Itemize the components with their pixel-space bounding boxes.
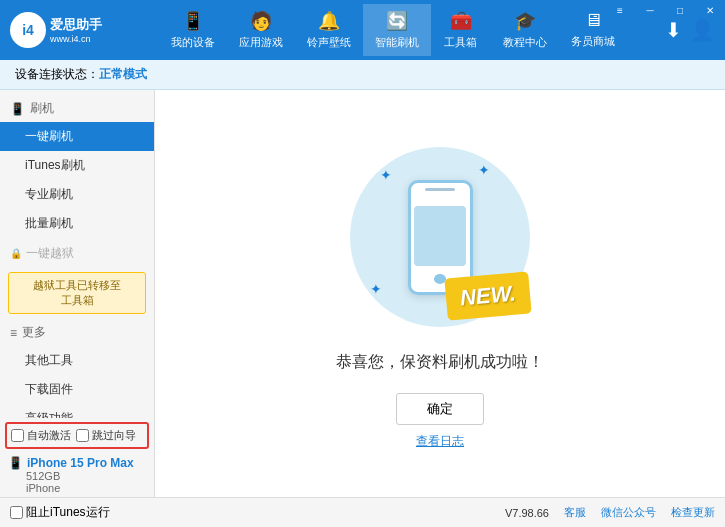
logo-text: 爱思助手 www.i4.cn <box>50 16 102 44</box>
device-icon: 📱 <box>8 456 23 470</box>
apps-games-icon: 🧑 <box>250 10 272 32</box>
lock-icon: 🔒 <box>10 248 22 259</box>
more-group-icon: ≡ <box>10 326 17 340</box>
nav-tutorial-label: 教程中心 <box>503 35 547 50</box>
skip-guide-checkbox[interactable] <box>76 429 89 442</box>
auto-activate-label: 自动激活 <box>27 428 71 443</box>
smart-flash-icon: 🔄 <box>386 10 408 32</box>
auto-activate-checkbox-label[interactable]: 自动激活 <box>11 428 71 443</box>
sidebar-item-pro-flash[interactable]: 专业刷机 <box>0 180 154 209</box>
auto-activate-checkbox[interactable] <box>11 429 24 442</box>
window-controls: ≡ ─ □ ✕ <box>605 0 725 20</box>
main-content: ✦ ✦ ✦ NEW. 恭喜您，保资料刷机成功啦！ 确定 查看日志 <box>155 90 725 497</box>
device-type: iPhone <box>8 482 146 494</box>
status-bar: 设备连接状态： 正常模式 <box>0 60 725 90</box>
logo-icon-text: i4 <box>22 22 34 38</box>
itunes-label: 阻止iTunes运行 <box>26 504 110 521</box>
itunes-checkbox[interactable] <box>10 506 23 519</box>
phone-screen <box>414 206 466 266</box>
phone-illustration: ✦ ✦ ✦ NEW. <box>340 137 540 337</box>
bottom-bar: 阻止iTunes运行 V7.98.66 客服 微信公众号 检查更新 <box>0 497 725 527</box>
device-name-row: 📱 iPhone 15 Pro Max <box>8 456 146 470</box>
download-button[interactable]: ⬇ <box>665 18 682 42</box>
logo-sub: www.i4.cn <box>50 34 102 44</box>
logo-icon: i4 <box>10 12 46 48</box>
nav-ringtones-label: 铃声壁纸 <box>307 35 351 50</box>
sidebar-bottom-area: 自动激活 跳过向导 📱 iPhone 15 Pro Max 512GB iPho… <box>0 418 155 497</box>
ringtones-icon: 🔔 <box>318 10 340 32</box>
sparkle-2: ✦ <box>478 162 490 178</box>
sidebar-disabled-jailbreak: 🔒 一键越狱 <box>0 240 154 267</box>
nav-my-device[interactable]: 📱 我的设备 <box>159 4 227 56</box>
bottom-left: 阻止iTunes运行 <box>10 504 110 521</box>
my-device-icon: 📱 <box>182 10 204 32</box>
sidebar-group-more-header: ≡ 更多 <box>0 319 154 346</box>
minimize-button[interactable]: ─ <box>635 0 665 20</box>
sidebar-notice: 越狱工具已转移至工具箱 <box>8 272 146 314</box>
auto-activate-section: 自动激活 跳过向导 <box>5 422 149 449</box>
status-label: 设备连接状态： <box>15 66 99 83</box>
toolbox-icon: 🧰 <box>450 10 472 32</box>
account-button[interactable]: 👤 <box>690 18 715 42</box>
nav-service-label: 务员商城 <box>571 34 615 49</box>
device-entry: 📱 iPhone 15 Pro Max 512GB iPhone <box>0 453 154 497</box>
tutorial-icon: 🎓 <box>514 10 536 32</box>
close-button[interactable]: ✕ <box>695 0 725 20</box>
sparkle-1: ✦ <box>380 167 392 183</box>
sidebar-item-other-tools[interactable]: 其他工具 <box>0 346 154 375</box>
customer-service-link[interactable]: 客服 <box>564 505 586 520</box>
sidebar-group-more: ≡ 更多 其他工具 下载固件 高级功能 <box>0 319 154 433</box>
sidebar-item-download-firmware[interactable]: 下载固件 <box>0 375 154 404</box>
nav-toolbox[interactable]: 🧰 工具箱 <box>431 4 491 56</box>
device-name: iPhone 15 Pro Max <box>27 456 134 470</box>
itunes-checkbox-label[interactable]: 阻止iTunes运行 <box>10 504 110 521</box>
nav-smart-flash-label: 智能刷机 <box>375 35 419 50</box>
skip-guide-checkbox-label[interactable]: 跳过向导 <box>76 428 136 443</box>
sidebar-item-itunes-flash[interactable]: iTunes刷机 <box>0 151 154 180</box>
more-group-label: 更多 <box>22 324 46 341</box>
flash-group-label: 刷机 <box>30 100 54 117</box>
sidebar-group-flash: 📱 刷机 一键刷机 iTunes刷机 专业刷机 批量刷机 <box>0 95 154 238</box>
sidebar-item-one-key-flash[interactable]: 一键刷机 <box>0 122 154 151</box>
sidebar-item-batch-flash[interactable]: 批量刷机 <box>0 209 154 238</box>
wechat-link[interactable]: 微信公众号 <box>601 505 656 520</box>
version-text: V7.98.66 <box>505 507 549 519</box>
device-storage: 512GB <box>8 470 146 482</box>
status-mode: 正常模式 <box>99 66 147 83</box>
service-icon: 🖥 <box>584 10 602 31</box>
sidebar-group-flash-header: 📱 刷机 <box>0 95 154 122</box>
log-link[interactable]: 查看日志 <box>416 433 464 450</box>
sparkle-3: ✦ <box>370 281 382 297</box>
skip-guide-label: 跳过向导 <box>92 428 136 443</box>
nav-tutorial[interactable]: 🎓 教程中心 <box>491 4 559 56</box>
logo: i4 爱思助手 www.i4.cn <box>10 12 120 48</box>
restore-button[interactable]: □ <box>665 0 695 20</box>
nav-apps-games[interactable]: 🧑 应用游戏 <box>227 4 295 56</box>
flash-group-icon: 📱 <box>10 102 25 116</box>
wifi-icon: ≡ <box>605 0 635 20</box>
logo-main: 爱思助手 <box>50 16 102 34</box>
bottom-right: V7.98.66 客服 微信公众号 检查更新 <box>505 505 715 520</box>
nav-apps-games-label: 应用游戏 <box>239 35 283 50</box>
nav-smart-flash[interactable]: 🔄 智能刷机 <box>363 4 431 56</box>
nav-bar: 📱 我的设备 🧑 应用游戏 🔔 铃声壁纸 🔄 智能刷机 🧰 工具箱 🎓 <box>120 4 665 56</box>
header-right: ⬇ 👤 <box>665 18 715 42</box>
success-message: 恭喜您，保资料刷机成功啦！ <box>336 352 544 373</box>
check-update-link[interactable]: 检查更新 <box>671 505 715 520</box>
nav-ringtones[interactable]: 🔔 铃声壁纸 <box>295 4 363 56</box>
new-badge: NEW. <box>445 271 532 320</box>
nav-my-device-label: 我的设备 <box>171 35 215 50</box>
sidebar-disabled-label: 一键越狱 <box>26 245 74 262</box>
confirm-button[interactable]: 确定 <box>396 393 484 425</box>
nav-toolbox-label: 工具箱 <box>444 35 477 50</box>
new-badge-text: NEW. <box>459 281 517 312</box>
